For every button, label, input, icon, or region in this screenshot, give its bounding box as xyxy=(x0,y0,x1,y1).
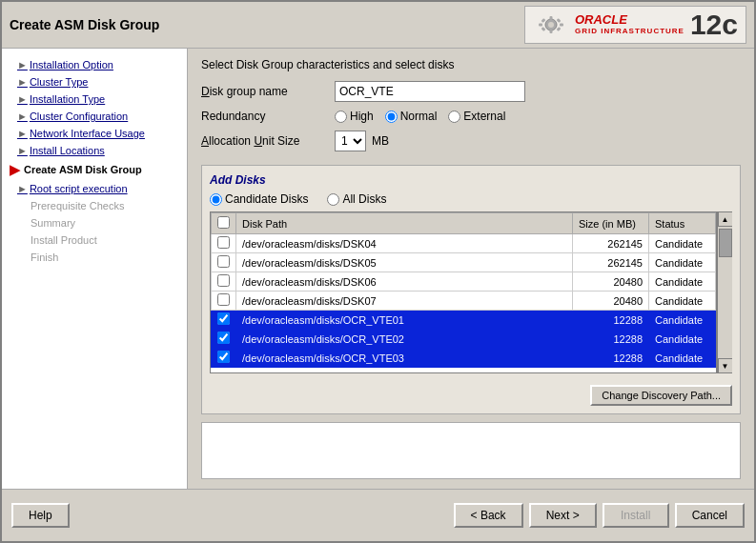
svg-rect-2 xyxy=(549,16,552,20)
sidebar-item-finish: Finish xyxy=(2,249,187,266)
table-row[interactable]: /dev/oracleasm/disks/DSK06 20480 Candida… xyxy=(212,272,716,292)
add-disks-section: Add Disks Candidate Disks All Disks xyxy=(201,165,741,414)
sidebar-item-install-locations[interactable]: ► Install Locations xyxy=(2,142,187,159)
bottom-bar: Help < Back Next > Install Cancel xyxy=(2,489,754,541)
svg-point-1 xyxy=(548,22,554,28)
row-checkbox-cell[interactable] xyxy=(212,253,236,272)
table-row[interactable]: /dev/oracleasm/disks/OCR_VTE02 12288 Can… xyxy=(212,330,716,349)
row-path: /dev/oracleasm/disks/DSK07 xyxy=(236,292,573,311)
scroll-up-btn[interactable]: ▲ xyxy=(718,211,733,227)
redundancy-normal-radio[interactable] xyxy=(385,111,398,123)
row-status: Candidate xyxy=(649,349,716,368)
row-size: 20480 xyxy=(573,272,649,292)
redundancy-external-text: External xyxy=(463,110,505,123)
sidebar-item-label: Create ASM Disk Group xyxy=(24,164,142,175)
row-status: Candidate xyxy=(649,272,716,292)
cancel-button[interactable]: Cancel xyxy=(675,503,745,528)
candidate-disks-radio[interactable] xyxy=(210,193,222,206)
sidebar-item-installation-type[interactable]: ► Installation Type xyxy=(2,90,187,108)
col-header-path: Disk Path xyxy=(236,213,573,234)
row-status: Candidate xyxy=(649,234,716,253)
sidebar-item-summary: Summary xyxy=(2,214,187,231)
scroll-thumb[interactable] xyxy=(719,229,732,257)
row-path: /dev/oracleasm/disks/DSK04 xyxy=(236,234,573,253)
row-checkbox[interactable] xyxy=(217,236,230,249)
arrow-icon: ► xyxy=(17,93,28,105)
row-path: /dev/oracleasm/disks/OCR_VTE03 xyxy=(236,349,573,368)
row-path: /dev/oracleasm/disks/OCR_VTE02 xyxy=(236,330,573,349)
allocation-select[interactable]: 1 2 4 8 xyxy=(335,131,366,151)
table-row[interactable]: /dev/oracleasm/disks/OCR_VTE01 12288 Can… xyxy=(212,311,716,330)
row-checkbox-cell[interactable] xyxy=(212,330,236,349)
sidebar-item-network-interface[interactable]: ► Network Interface Usage xyxy=(2,125,187,142)
oracle-logo-area: ORACLE GRID INFRASTRUCTURE 12c xyxy=(524,6,746,44)
row-status: Candidate xyxy=(649,253,716,272)
sidebar-item-root-script[interactable]: ► Root script execution xyxy=(2,180,187,197)
row-checkbox[interactable] xyxy=(217,351,230,363)
redundancy-label: Redundancy xyxy=(201,110,335,123)
redundancy-high-label[interactable]: High xyxy=(335,110,374,123)
table-row[interactable]: /dev/oracleasm/disks/DSK05 262145 Candid… xyxy=(212,253,716,272)
allocation-label: Allocation Unit Size xyxy=(201,134,335,148)
nav-buttons: < Back Next > Install Cancel xyxy=(454,503,745,528)
oracle-brand: ORACLE xyxy=(575,13,684,27)
disk-group-name-input[interactable] xyxy=(335,81,525,102)
col-header-size: Size (in MB) xyxy=(573,213,649,234)
back-button[interactable]: < Back xyxy=(454,503,523,528)
sidebar-item-label: Cluster Configuration xyxy=(30,111,128,122)
redundancy-normal-label[interactable]: Normal xyxy=(385,110,438,123)
svg-rect-9 xyxy=(556,18,561,23)
svg-rect-5 xyxy=(560,24,563,27)
redundancy-options: High Normal External xyxy=(335,110,505,123)
sidebar-item-installation-option[interactable]: ► Installation Option xyxy=(2,56,187,73)
install-button: Install xyxy=(603,503,669,528)
row-checkbox-cell[interactable] xyxy=(212,292,236,311)
sidebar-item-cluster-type[interactable]: ► Cluster Type xyxy=(2,73,187,90)
row-checkbox[interactable] xyxy=(217,332,230,344)
row-checkbox[interactable] xyxy=(217,274,230,287)
candidate-disks-label[interactable]: Candidate Disks xyxy=(210,192,308,206)
sidebar-item-label: Installation Option xyxy=(30,59,113,70)
svg-rect-7 xyxy=(556,27,561,31)
disk-view-options: Candidate Disks All Disks xyxy=(210,192,732,206)
redundancy-high-radio[interactable] xyxy=(335,111,347,123)
disk-group-name-label: Disk group name xyxy=(201,85,335,98)
arrow-icon: ► xyxy=(17,128,28,139)
main-panel: Select Disk Group characteristics and se… xyxy=(188,49,754,489)
row-checkbox-cell[interactable] xyxy=(212,349,236,368)
all-disks-radio[interactable] xyxy=(327,193,339,206)
sidebar-item-label: Install Product xyxy=(17,234,97,246)
sidebar-item-install-product: Install Product xyxy=(2,231,187,249)
table-row[interactable]: /dev/oracleasm/disks/OCR_VTE03 12288 Can… xyxy=(212,349,716,368)
table-row[interactable]: /dev/oracleasm/disks/DSK07 20480 Candida… xyxy=(212,292,716,311)
allocation-unit: MB xyxy=(372,134,389,148)
sidebar-item-label: Network Interface Usage xyxy=(30,128,145,139)
main-window: Create ASM Disk Group ORACLE GRID INFRAS… xyxy=(0,0,756,543)
row-checkbox[interactable] xyxy=(217,255,230,268)
sidebar-item-create-asm[interactable]: ▶ Create ASM Disk Group xyxy=(2,159,187,180)
svg-rect-4 xyxy=(539,24,542,27)
row-status: Candidate xyxy=(649,292,716,311)
all-disks-label[interactable]: All Disks xyxy=(327,192,386,206)
select-all-checkbox[interactable] xyxy=(217,216,230,229)
table-row[interactable]: /dev/oracleasm/disks/DSK04 262145 Candid… xyxy=(212,234,716,253)
row-checkbox-cell[interactable] xyxy=(212,234,236,253)
scrollbar[interactable]: ▲ ▼ xyxy=(717,211,732,373)
sidebar-item-cluster-configuration[interactable]: ► Cluster Configuration xyxy=(2,108,187,125)
scroll-down-btn[interactable]: ▼ xyxy=(718,358,733,373)
redundancy-external-label[interactable]: External xyxy=(448,110,505,123)
change-discovery-button[interactable]: Change Discovery Path... xyxy=(590,385,732,406)
oracle-branding: ORACLE GRID INFRASTRUCTURE xyxy=(575,13,684,35)
section-description: Select Disk Group characteristics and se… xyxy=(201,58,741,71)
arrow-icon: ► xyxy=(17,59,28,70)
next-button[interactable]: Next > xyxy=(529,503,597,528)
help-button[interactable]: Help xyxy=(11,503,70,528)
row-checkbox[interactable] xyxy=(217,293,230,306)
row-checkbox[interactable] xyxy=(217,312,230,325)
col-header-check xyxy=(212,213,236,234)
row-checkbox-cell[interactable] xyxy=(212,272,236,292)
redundancy-external-radio[interactable] xyxy=(448,111,460,123)
redundancy-row: Redundancy High Normal External xyxy=(201,110,741,123)
row-checkbox-cell[interactable] xyxy=(212,311,236,330)
row-size: 12288 xyxy=(573,311,649,330)
